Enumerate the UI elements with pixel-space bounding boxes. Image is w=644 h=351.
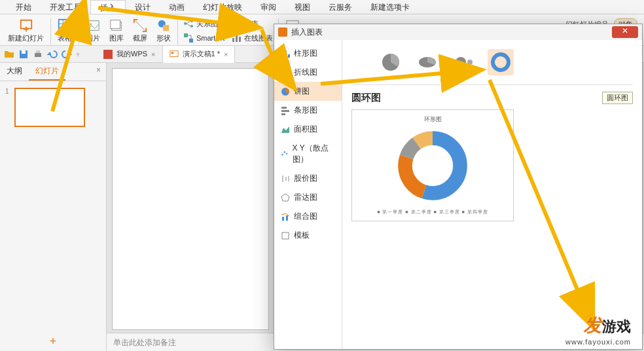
chart-button[interactable]: 图表 [228, 17, 276, 30]
window-controls: ✕ [612, 26, 638, 38]
smartart-label: SmartArt [196, 34, 224, 42]
tab-slides[interactable]: 幻灯片 [29, 63, 65, 81]
svg-rect-41 [281, 110, 289, 112]
menu-slideshow[interactable]: 幻灯片放映 [194, 0, 251, 14]
subtype-pie-of-pie[interactable] [451, 49, 477, 75]
doc-tab-wps[interactable]: 我的WPS × [97, 46, 163, 63]
gallery-icon [109, 18, 124, 33]
subtype-pie-3d[interactable] [414, 49, 440, 75]
print-icon[interactable] [33, 49, 43, 60]
slide-preview [14, 88, 85, 127]
cat-line[interactable]: 折线图 [274, 63, 342, 82]
current-slide[interactable] [112, 68, 269, 330]
slide-number: 1 [5, 88, 10, 127]
svg-point-45 [286, 153, 287, 154]
pie-chart-icon [281, 87, 290, 96]
doc-tab-wps-label: 我的WPS [116, 49, 147, 59]
smartart-button[interactable]: SmartArt [181, 31, 227, 45]
insert-chart-dialog: 插入图表 ✕ 柱形图 折线图 饼图 条形图 面积图 X Y（散点图） 股价图 雷… [274, 24, 643, 350]
close-icon[interactable]: × [224, 50, 228, 58]
svg-rect-23 [236, 21, 238, 28]
svg-point-56 [467, 60, 473, 65]
image-button[interactable]: 图片 [82, 17, 104, 45]
add-slide-button[interactable]: + [0, 331, 106, 351]
subtype-pie[interactable] [378, 49, 404, 75]
preview-heading: 圆环图 圆环图 [351, 90, 633, 109]
svg-rect-26 [236, 35, 238, 42]
dialog-close-button[interactable]: ✕ [612, 26, 638, 38]
column-chart-icon [281, 49, 290, 58]
svg-line-12 [135, 21, 145, 31]
pres-icon [170, 50, 179, 59]
cat-stock[interactable]: 股价图 [274, 169, 342, 188]
table-button[interactable]: 表格 [54, 17, 76, 45]
document-tabs: 我的WPS × 演示文稿1 * × [97, 46, 235, 63]
cat-radar[interactable]: 雷达图 [274, 188, 342, 207]
dialog-titlebar[interactable]: 插入图表 ✕ [274, 24, 642, 40]
subtype-donut[interactable] [488, 49, 514, 75]
svg-rect-14 [163, 25, 169, 31]
cat-bar[interactable]: 条形图 [274, 101, 342, 120]
svg-point-57 [493, 54, 509, 70]
cat-area[interactable]: 面积图 [274, 120, 342, 139]
radar-chart-icon [281, 193, 290, 202]
line-chart-icon [281, 68, 290, 77]
menu-devtools[interactable]: 开发工具 [41, 0, 90, 14]
shapes-icon [156, 18, 171, 33]
doc-tab-current[interactable]: 演示文稿1 * × [163, 46, 236, 63]
close-icon[interactable]: × [151, 50, 155, 58]
shapes-button[interactable]: 形状 [152, 17, 175, 45]
menu-design[interactable]: 设计 [126, 0, 160, 14]
svg-point-44 [284, 151, 285, 153]
image-label: 图片 [86, 33, 100, 43]
dialog-title-text: 插入图表 [291, 27, 323, 38]
svg-point-9 [90, 23, 92, 26]
cat-scatter[interactable]: X Y（散点图） [274, 139, 342, 169]
svg-rect-50 [282, 217, 284, 221]
svg-point-16 [190, 20, 193, 22]
menu-insert[interactable]: 插入 [90, 0, 126, 14]
online-chart-label: 在线图表 [244, 33, 273, 43]
cat-pie[interactable]: 饼图 [274, 82, 342, 101]
svg-rect-37 [285, 50, 287, 58]
svg-rect-20 [184, 33, 188, 37]
bar-chart-icon [281, 106, 290, 115]
screenshot-button[interactable]: 截屏 [129, 17, 151, 45]
panel-close-icon[interactable]: × [91, 63, 106, 81]
svg-rect-3 [59, 20, 71, 31]
menu-cloud[interactable]: 云服务 [319, 0, 361, 14]
scatter-chart-icon [281, 149, 289, 158]
cat-column[interactable]: 柱形图 [274, 44, 342, 63]
quickbar-sep: ▾ [76, 50, 80, 59]
svg-rect-38 [288, 54, 290, 58]
online-chart-button[interactable]: 在线图表 [228, 31, 276, 45]
new-slide-icon [19, 18, 33, 33]
svg-rect-25 [232, 38, 234, 42]
svg-rect-52 [282, 232, 289, 239]
gallery-label: 图库 [109, 33, 124, 43]
menu-view[interactable]: 视图 [285, 0, 319, 14]
chart-category-list: 柱形图 折线图 饼图 条形图 面积图 X Y（散点图） 股价图 雷达图 组合图 … [274, 40, 342, 349]
cat-template[interactable]: 模板 [274, 226, 342, 245]
menu-start[interactable]: 开始 [7, 0, 41, 14]
svg-rect-11 [111, 20, 120, 29]
redo-icon[interactable] [62, 49, 72, 60]
svg-rect-42 [281, 113, 285, 115]
online-chart-icon [231, 33, 241, 43]
relations-button[interactable]: 关系图 [181, 17, 227, 30]
menu-newtab[interactable]: 新建选项卡 [361, 0, 419, 14]
new-slide-label: 新建幻灯片 [8, 33, 44, 43]
undo-icon[interactable] [47, 49, 58, 60]
slide-panel-tabs: 大纲 幻灯片 × [0, 63, 106, 81]
tab-outline[interactable]: 大纲 [0, 63, 29, 81]
menu-animation[interactable]: 动画 [160, 0, 194, 14]
menu-review[interactable]: 审阅 [251, 0, 285, 14]
table-label: 表格 [58, 33, 72, 43]
save-icon[interactable] [18, 49, 29, 60]
open-icon[interactable] [4, 49, 14, 60]
new-slide-button[interactable]: 新建幻灯片 [4, 17, 48, 45]
slide-thumb-1[interactable]: 1 [5, 88, 101, 127]
cat-combo[interactable]: 组合图 [274, 207, 342, 226]
gallery-button[interactable]: 图库 [105, 17, 128, 45]
wps-icon [103, 50, 113, 59]
